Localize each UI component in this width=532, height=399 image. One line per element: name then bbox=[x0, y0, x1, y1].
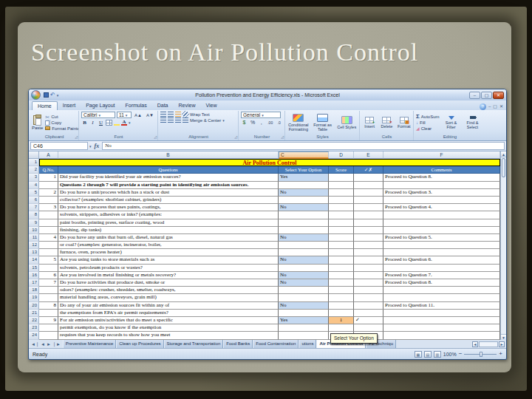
row-number[interactable]: 10 bbox=[29, 227, 39, 234]
column-header-a[interactable]: A bbox=[39, 151, 58, 159]
format-cells-button[interactable]: ▦ Format bbox=[397, 117, 412, 129]
option-cell[interactable]: No bbox=[279, 279, 329, 287]
align-bottom-icon[interactable] bbox=[175, 112, 181, 117]
zoom-in-icon[interactable]: + bbox=[499, 351, 502, 357]
comment-cell[interactable] bbox=[383, 287, 500, 294]
option-cell[interactable]: No bbox=[279, 272, 329, 279]
question-cell[interactable]: permit exemption, do you know if the exe… bbox=[58, 324, 279, 332]
option-cell[interactable] bbox=[279, 332, 329, 339]
check-cell[interactable]: ✓ bbox=[354, 317, 383, 324]
comment-cell[interactable] bbox=[383, 219, 500, 227]
grow-font-button[interactable]: A▲ bbox=[133, 112, 143, 118]
zoom-out-icon[interactable]: − bbox=[459, 351, 463, 357]
qno-cell[interactable]: 1 bbox=[39, 174, 58, 181]
question-cell[interactable]: finishing, dip tanks) bbox=[58, 227, 279, 234]
column-header-b[interactable]: B bbox=[58, 151, 279, 159]
sheet-tab[interactable]: Food Banks bbox=[223, 340, 253, 348]
comment-cell[interactable] bbox=[383, 197, 500, 204]
question-cell[interactable]: Do any of your air emission sources fit … bbox=[58, 302, 279, 310]
conditional-formatting-button[interactable]: Conditional Formatting bbox=[287, 114, 310, 132]
row-number[interactable]: 20 bbox=[29, 302, 39, 310]
doc-close-icon[interactable]: ✕ bbox=[499, 103, 503, 110]
check-cell[interactable] bbox=[354, 219, 383, 227]
page-layout-view-icon[interactable]: ▤ bbox=[424, 351, 432, 358]
row-number[interactable]: 1 bbox=[29, 159, 39, 166]
row-number[interactable]: 19 bbox=[29, 294, 39, 301]
align-middle-icon[interactable] bbox=[168, 112, 174, 117]
check-cell[interactable] bbox=[354, 249, 383, 256]
question-cell[interactable]: solvents, strippers, adhesives or inks? … bbox=[58, 211, 279, 219]
score-cell[interactable] bbox=[329, 189, 354, 197]
tab-review[interactable]: Review bbox=[174, 101, 201, 110]
row-number[interactable]: 3 bbox=[29, 174, 39, 181]
scroll-down-icon[interactable]: ▼ bbox=[501, 334, 506, 340]
tab-formulas[interactable]: Formulas bbox=[120, 101, 152, 110]
qno-cell[interactable]: 6 bbox=[39, 272, 58, 279]
currency-button[interactable]: $ bbox=[241, 119, 248, 126]
next-sheet-icon[interactable]: ► bbox=[47, 342, 51, 347]
option-cell[interactable]: No bbox=[279, 234, 329, 242]
qno-cell[interactable]: 3 bbox=[39, 204, 58, 211]
indent-icon[interactable] bbox=[183, 117, 188, 123]
align-top-icon[interactable] bbox=[160, 112, 166, 117]
qno-cell[interactable] bbox=[39, 227, 58, 234]
cut-button[interactable]: ✂ Cut bbox=[45, 115, 78, 120]
score-cell[interactable] bbox=[329, 310, 354, 317]
column-header-c[interactable]: C bbox=[279, 151, 329, 159]
question-cell[interactable]: or coal? (examples: generator, incinerat… bbox=[58, 242, 279, 249]
option-cell[interactable]: No bbox=[279, 256, 329, 264]
question-cell[interactable]: Do you have activities that produce dust… bbox=[58, 279, 279, 287]
qno-cell[interactable]: 4 bbox=[39, 234, 58, 242]
score-cell[interactable] bbox=[329, 265, 354, 272]
comment-cell[interactable] bbox=[383, 294, 500, 301]
dialog-launcher-icon[interactable]: ◿ bbox=[234, 134, 237, 140]
option-cell[interactable]: Yes bbox=[279, 174, 329, 181]
sort-filter-button[interactable]: Sort & Filter bbox=[442, 116, 461, 129]
borders-button[interactable] bbox=[106, 120, 112, 126]
fill-button[interactable]: ↓ Fill bbox=[416, 120, 440, 125]
comment-cell[interactable]: Proceed to Question 8. bbox=[383, 279, 500, 287]
option-cell[interactable] bbox=[279, 211, 329, 219]
decrease-decimal-button[interactable]: .0 bbox=[276, 119, 282, 126]
find-select-button[interactable]: Find & Select bbox=[463, 115, 482, 129]
option-cell[interactable] bbox=[279, 197, 329, 204]
question-cell[interactable]: Are you involved in metal finishing or m… bbox=[58, 272, 279, 279]
row-number[interactable]: 8 bbox=[29, 211, 39, 219]
question-cell[interactable]: the exemptions from EPA's air permit req… bbox=[58, 310, 279, 317]
underline-button[interactable]: U bbox=[98, 119, 104, 126]
tab-data[interactable]: Data bbox=[152, 101, 174, 110]
bold-button[interactable]: B bbox=[81, 119, 88, 126]
score-cell[interactable] bbox=[329, 272, 354, 279]
option-cell[interactable] bbox=[279, 182, 329, 189]
row-number[interactable]: 24 bbox=[29, 332, 39, 339]
header-questions[interactable]: Questions bbox=[58, 166, 279, 174]
prev-sheet-icon[interactable]: ◄ bbox=[41, 342, 45, 347]
question-cell[interactable]: Do you have any units that burn oil, die… bbox=[58, 234, 279, 242]
comment-cell[interactable] bbox=[383, 332, 500, 339]
row-number[interactable]: 18 bbox=[29, 287, 39, 294]
format-painter-button[interactable]: Format Painter bbox=[45, 126, 78, 131]
score-cell[interactable] bbox=[329, 182, 354, 189]
question-cell[interactable]: solvents, petroleum products or wastes? bbox=[58, 265, 279, 272]
option-cell[interactable]: Yes bbox=[279, 317, 329, 324]
score-cell[interactable] bbox=[329, 256, 354, 264]
check-cell[interactable] bbox=[354, 242, 383, 249]
score-cell[interactable] bbox=[329, 242, 354, 249]
shrink-font-button[interactable]: A▼ bbox=[145, 112, 155, 118]
score-cell[interactable] bbox=[329, 302, 354, 310]
comment-cell[interactable] bbox=[383, 242, 500, 249]
undo-icon[interactable]: ↶ bbox=[50, 92, 55, 98]
option-cell[interactable] bbox=[279, 265, 329, 272]
option-cell[interactable] bbox=[279, 287, 329, 294]
sheet-tab[interactable]: Clean up Procedures bbox=[116, 340, 163, 348]
comment-cell[interactable]: Proceed to Question 11. bbox=[383, 302, 500, 310]
option-cell[interactable] bbox=[279, 310, 329, 317]
row-number[interactable]: 16 bbox=[29, 272, 39, 279]
save-icon[interactable] bbox=[44, 92, 49, 98]
row-number[interactable]: 9 bbox=[29, 219, 39, 227]
score-cell[interactable] bbox=[329, 227, 354, 234]
delete-cells-button[interactable]: × Delete bbox=[379, 117, 394, 129]
percent-button[interactable]: % bbox=[249, 119, 256, 126]
row-number[interactable]: 5 bbox=[29, 189, 39, 197]
tab-home[interactable]: Home bbox=[32, 101, 58, 110]
